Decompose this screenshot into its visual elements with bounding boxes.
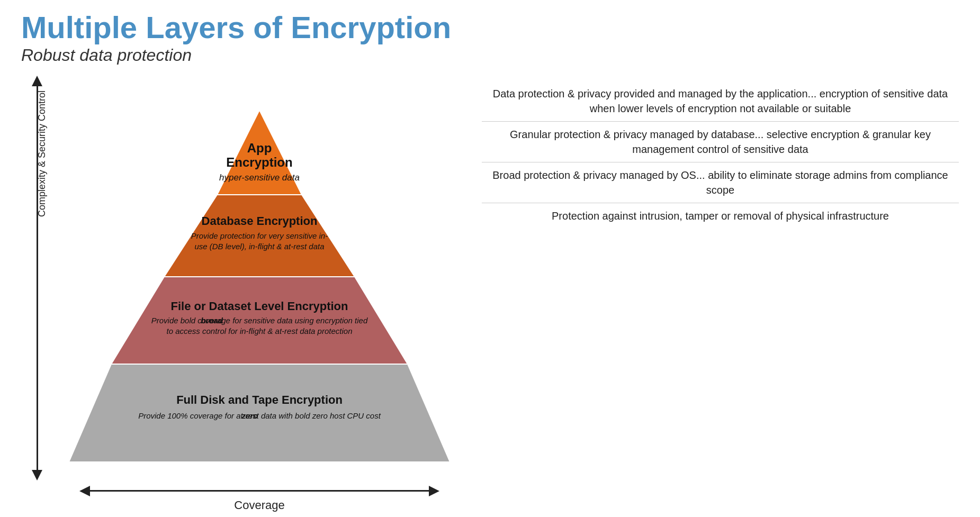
desc-database-text: Granular protection & privacy managed by…	[482, 127, 959, 157]
svg-text:Provide 100% coverage for at-r: Provide 100% coverage for at-rest data w…	[138, 411, 381, 420]
desc-disk-text: Protection against intrusion, tamper or …	[482, 208, 959, 223]
svg-text:Provide bold coverage for sens: Provide bold coverage for sensitive data…	[151, 316, 368, 325]
svg-text:hyper-sensitive data: hyper-sensitive data	[219, 173, 300, 183]
content-area: Complexity & Security Control	[21, 76, 959, 512]
axis-arrow-up-icon	[32, 76, 42, 86]
svg-text:to access control for in-fligh: to access control for in-flight & at-res…	[167, 326, 353, 335]
svg-text:File or Dataset Level Encrypti: File or Dataset Level Encryption	[171, 300, 348, 313]
svg-text:Full Disk and Tape Encryption: Full Disk and Tape Encryption	[176, 393, 343, 406]
page-container: Multiple Layers of Encryption Robust dat…	[0, 0, 980, 517]
pyramid-section: App Encryption hyper-sensitive data Data…	[58, 76, 959, 512]
subtitle: Robust data protection	[21, 46, 959, 65]
desc-file-text: Broad protection & privacy managed by OS…	[482, 168, 959, 197]
desc-file: Broad protection & privacy managed by OS…	[482, 162, 959, 203]
desc-app: Data protection & privacy provided and m…	[482, 81, 959, 122]
svg-text:broad: broad	[201, 316, 223, 325]
svg-text:Database Encryption: Database Encryption	[202, 214, 318, 228]
descriptions-panel: Data protection & privacy provided and m…	[461, 76, 959, 229]
svg-text:zero: zero	[241, 411, 258, 420]
svg-text:Encryption: Encryption	[226, 155, 292, 169]
coverage-line	[90, 490, 429, 492]
y-axis: Complexity & Security Control	[21, 76, 53, 512]
coverage-arrow	[79, 486, 439, 496]
desc-app-text: Data protection & privacy provided and m…	[482, 86, 959, 116]
x-axis-label: Coverage	[234, 498, 284, 512]
pyramid-svg: App Encryption hyper-sensitive data Data…	[58, 81, 461, 483]
svg-text:use (DB level), in-flight & at: use (DB level), in-flight & at-rest data	[194, 242, 324, 251]
y-axis-label: Complexity & Security Control	[37, 90, 48, 217]
axis-arrow-down-icon	[32, 470, 42, 480]
axis-line: Complexity & Security Control	[37, 86, 38, 470]
header: Multiple Layers of Encryption Robust dat…	[21, 11, 959, 65]
coverage-row	[58, 486, 461, 496]
coverage-arrow-right-icon	[429, 486, 439, 496]
main-title: Multiple Layers of Encryption	[21, 11, 959, 44]
pyramid-container: App Encryption hyper-sensitive data Data…	[58, 81, 461, 512]
svg-text:Provide protection for very se: Provide protection for very sensitive in…	[191, 231, 328, 240]
desc-disk: Protection against intrusion, tamper or …	[482, 203, 959, 229]
desc-database: Granular protection & privacy managed by…	[482, 122, 959, 162]
svg-text:App: App	[247, 141, 272, 155]
coverage-arrow-left-icon	[79, 486, 90, 496]
